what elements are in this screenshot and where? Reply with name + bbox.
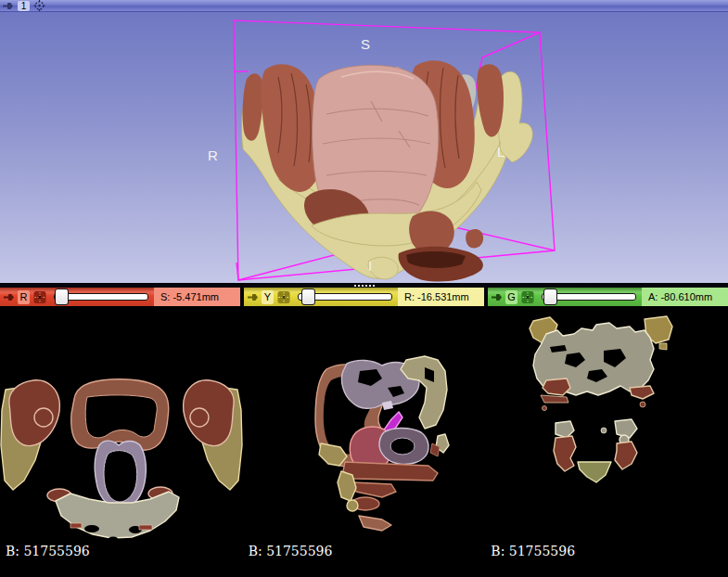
slice-offset-value: A: -80.610mm <box>642 288 728 306</box>
red-slice-view[interactable]: B: 51755596 <box>0 306 243 577</box>
slider-handle[interactable] <box>543 288 557 305</box>
pin-icon[interactable] <box>2 1 14 11</box>
red-slice-controller: R S: -5.471mm <box>0 288 240 306</box>
slice-menu-icon[interactable] <box>32 290 47 304</box>
yellow-slice-view[interactable]: B: 51755596 <box>243 306 486 577</box>
axis-label-right: R <box>208 148 218 162</box>
corner-annotation: B: 51755596 <box>249 544 333 558</box>
axial-segmentation <box>0 306 243 577</box>
axis-label-left: L <box>497 145 504 159</box>
view-letter-badge[interactable]: R <box>18 290 30 304</box>
slice-offset-slider[interactable] <box>541 289 637 304</box>
slider-handle[interactable] <box>301 288 315 305</box>
view-number-badge[interactable]: 1 <box>18 1 30 11</box>
axis-label-inferior: I <box>368 259 372 273</box>
yellow-slice-controller: Y R: -16.531mm <box>244 288 484 306</box>
pin-icon[interactable] <box>491 292 503 302</box>
slice-menu-icon[interactable] <box>520 290 535 304</box>
corner-annotation: B: 51755596 <box>6 544 90 558</box>
green-slice-view[interactable]: B: 51755596 <box>485 306 728 577</box>
view3d-controller-bar: 1 <box>0 0 728 12</box>
slice-offset-value: R: -16.531mm <box>398 288 484 306</box>
view3d-viewport[interactable]: S R L I <box>0 12 728 283</box>
slice-offset-slider[interactable] <box>297 289 393 304</box>
sagittal-segmentation <box>243 306 486 577</box>
slice-offset-value: S: -5.471mm <box>154 288 240 306</box>
slice-controllers-row: R S: -5.471mm Y <box>0 283 728 306</box>
segmentation-3d-model <box>0 12 728 283</box>
view-letter-badge[interactable]: Y <box>262 290 274 304</box>
slice-menu-icon[interactable] <box>276 290 291 304</box>
slice-offset-slider[interactable] <box>53 289 149 304</box>
spin-view-icon[interactable] <box>33 0 45 11</box>
slice-views-row: B: 51755596 <box>0 306 728 577</box>
pin-icon[interactable] <box>3 292 15 302</box>
axis-label-superior: S <box>361 37 370 51</box>
splitter-grip[interactable] <box>354 285 375 287</box>
view-letter-badge[interactable]: G <box>505 290 517 304</box>
pin-icon[interactable] <box>247 292 259 302</box>
corner-annotation: B: 51755596 <box>491 544 575 558</box>
slider-handle[interactable] <box>55 288 69 305</box>
green-slice-controller: G A: -80.610mm <box>488 288 728 306</box>
coronal-segmentation <box>485 306 728 577</box>
slicer-layout: 1 <box>0 0 728 577</box>
